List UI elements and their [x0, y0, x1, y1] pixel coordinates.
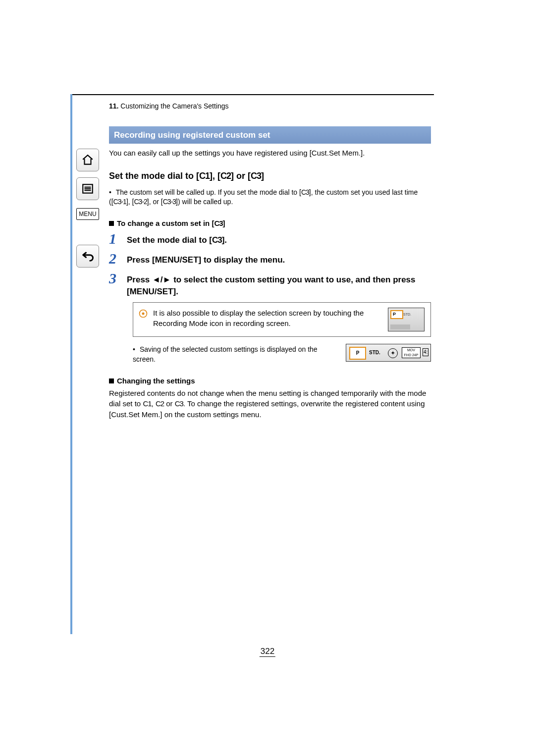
thumb-std-label: STD.: [369, 349, 380, 356]
list-icon: [81, 182, 94, 195]
mode-dial-heading: Set the mode dial to [C1], [C2] or [C3]: [109, 170, 431, 182]
manual-page: MENU 11. Customizing the Camera's Settin…: [0, 0, 535, 756]
chapter-breadcrumb: 11. Customizing the Camera's Settings: [109, 102, 431, 111]
top-rule: [70, 94, 434, 95]
step-number: 1: [109, 231, 127, 246]
tip-touch-icon: [138, 309, 148, 319]
thumb-circle-icon: ✦: [388, 348, 398, 358]
tip-screenshot-thumb: P STD.: [388, 308, 425, 331]
tip-box: It is also possible to display the selec…: [133, 302, 431, 337]
step-number: 2: [109, 251, 127, 266]
back-arrow-icon: [81, 249, 95, 263]
chapter-title: Customizing the Camera's Settings: [118, 102, 228, 110]
changing-settings-heading: Changing the settings: [109, 376, 431, 386]
square-bullet-icon: [109, 221, 114, 226]
home-button[interactable]: [76, 149, 99, 171]
step-2: 2 Press [MENU/SET] to display the menu.: [109, 251, 431, 266]
toc-button[interactable]: [76, 177, 99, 200]
thumb-p-label: P: [393, 311, 396, 318]
square-bullet-icon: [109, 378, 114, 383]
tip-text: It is also possible to display the selec…: [153, 308, 383, 328]
intro-text: You can easily call up the settings you …: [109, 148, 431, 158]
section-banner: Recording using registered custom set: [109, 126, 431, 144]
change-custom-set-heading: To change a custom set in [C3]: [109, 218, 431, 228]
chapter-number: 11.: [109, 102, 118, 110]
main-content: 11. Customizing the Camera's Settings Re…: [109, 102, 431, 420]
left-right-arrow-icon: ◄/►: [152, 275, 171, 284]
thumb-aspect-label: 4:: [423, 348, 428, 356]
menu-label: MENU: [76, 208, 99, 220]
home-icon: [81, 154, 94, 166]
sidebar: MENU: [76, 149, 99, 268]
svg-point-5: [142, 313, 145, 315]
step-number: 3: [109, 271, 127, 286]
mode-dial-note: • The custom set will be called up. If y…: [109, 188, 431, 207]
thumb-highlight: [390, 310, 403, 319]
steps-list: 1 Set the mode dial to [C3]. 2 Press [ME…: [109, 231, 431, 298]
thumb-std-label: STD.: [403, 312, 411, 317]
saving-text: • Saving of the selected custom settings…: [133, 344, 339, 364]
left-accent-bar: [70, 94, 72, 634]
step-text: Press [MENU/SET] to display the menu.: [127, 251, 285, 266]
saving-screenshot-thumb: P STD. ✦ MOV FHD 24P 4:: [346, 344, 431, 362]
step-text: Set the mode dial to [C3].: [127, 231, 227, 246]
saving-note-row: • Saving of the selected custom settings…: [133, 344, 431, 364]
step-text: Press ◄/► to select the custom setting y…: [127, 271, 431, 298]
changing-settings-text: Registered contents do not change when t…: [109, 388, 431, 420]
spacer: [76, 226, 99, 236]
step-1: 1 Set the mode dial to [C3].: [109, 231, 431, 246]
back-button[interactable]: [76, 245, 99, 268]
thumb-highlight: P: [349, 347, 366, 360]
page-number: 322: [260, 647, 275, 657]
step-3: 3 Press ◄/► to select the custom setting…: [109, 271, 431, 298]
thumb-mov-label: MOV FHD 24P: [402, 347, 421, 358]
